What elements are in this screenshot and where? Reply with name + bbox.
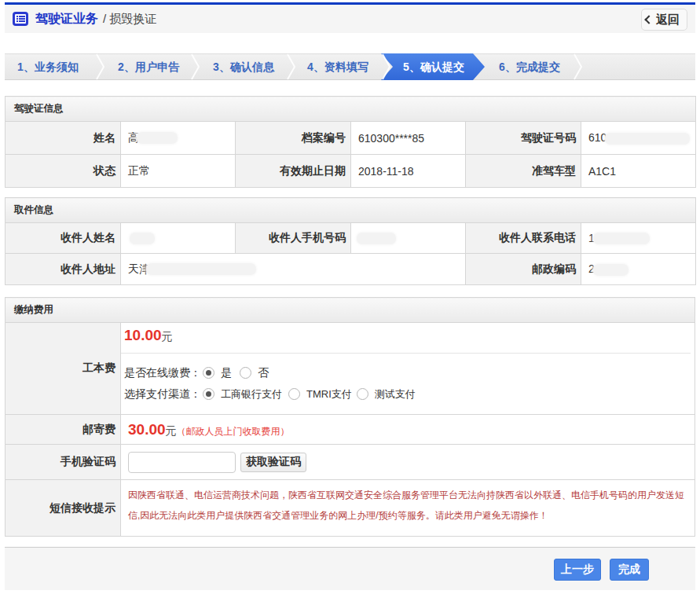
- svg-text:2、用户申告: 2、用户申告: [118, 60, 180, 73]
- svg-text:4、资料填写: 4、资料填写: [307, 60, 368, 73]
- svg-text:3、确认信息: 3、确认信息: [213, 60, 275, 73]
- svg-text:1、业务须知: 1、业务须知: [17, 60, 79, 73]
- svg-text:6、完成提交: 6、完成提交: [499, 60, 560, 73]
- svg-text:5、确认提交: 5、确认提交: [403, 60, 464, 73]
